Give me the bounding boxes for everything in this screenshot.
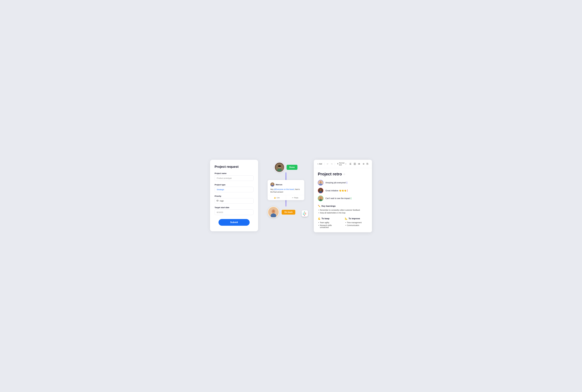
retro-comment-text-3: Can't wait to see the impact	[325, 197, 351, 200]
svg-point-45	[320, 189, 322, 191]
to-improve-title: 📐 To improve	[345, 217, 368, 220]
retro-comment-2: Great initiative 👏👏👏	[318, 188, 368, 193]
avatar-female	[274, 162, 285, 172]
target-date-group: Target start date	[215, 206, 254, 215]
checklist-icon[interactable]	[366, 162, 369, 166]
key-learning-item-2: Keep all stakeholders in the loop	[318, 212, 368, 214]
numbered-list-icon[interactable]: 123	[362, 162, 365, 166]
key-learnings-label: Key learnings	[321, 205, 336, 208]
key-learnings-title: ✏️ Key learnings	[318, 205, 368, 208]
comment-author: Marcus	[276, 184, 282, 186]
to-keep-label: To keep	[321, 217, 329, 220]
retro-toolbar: + Add ↩ ↪ T Normal text ▾	[314, 160, 372, 168]
svg-rect-18	[305, 214, 306, 215]
svg-rect-27	[359, 164, 360, 164]
project-type-input[interactable]	[215, 187, 254, 192]
toolbar-divider-2	[335, 162, 335, 165]
svg-rect-14	[304, 213, 305, 214]
to-improve-item-2: Communication	[345, 224, 368, 227]
svg-point-29	[358, 164, 359, 164]
svg-rect-25	[359, 163, 360, 164]
project-type-label: Project type	[215, 184, 254, 186]
retro-card: + Add ↩ ↪ T Normal text ▾	[314, 160, 372, 232]
priority-input[interactable]	[215, 198, 254, 204]
svg-rect-17	[303, 214, 304, 215]
svg-point-11	[273, 210, 274, 212]
workflow-bottom-node: On track	[268, 206, 304, 218]
to-improve-col: 📐 To improve Time management Communicati…	[345, 217, 368, 229]
like-button[interactable]: 👍 Like	[268, 195, 286, 200]
retro-comment-text-2: Great initiative 👏👏👏	[325, 190, 348, 192]
svg-point-28	[358, 163, 359, 164]
key-learnings-emoji: ✏️	[318, 205, 320, 208]
retro-avatar-3	[318, 196, 323, 201]
columns-icon[interactable]	[353, 162, 357, 166]
svg-rect-33	[363, 164, 364, 164]
to-improve-item-1: Time management	[345, 221, 368, 224]
workflow-section: Done Marcus Hey @Everyone on this board,…	[262, 160, 310, 218]
svg-point-30	[358, 164, 359, 165]
svg-rect-19	[304, 215, 305, 216]
svg-rect-20	[350, 163, 351, 164]
reply-button[interactable]: ↩ Reply	[286, 195, 304, 200]
reply-label: Reply	[294, 197, 298, 199]
to-improve-label: To improve	[349, 217, 360, 220]
retro-title: Project retro	[318, 172, 342, 176]
list-icon[interactable]	[357, 162, 361, 166]
slack-icon	[302, 210, 308, 216]
comment-body: Hey @Everyone on this board, here's the …	[270, 188, 301, 193]
comment-card: Marcus Hey @Everyone on this board, here…	[268, 180, 304, 200]
text-format-dropdown[interactable]: T Normal text ▾	[336, 162, 347, 166]
eye-icon	[216, 200, 219, 202]
text-icon: T	[337, 163, 338, 165]
star-icon[interactable]: ☆	[343, 172, 345, 176]
add-button[interactable]: + Add	[316, 162, 323, 166]
retro-avatar-2	[318, 188, 323, 193]
target-date-input[interactable]	[215, 210, 254, 215]
project-name-group: Project name	[215, 172, 254, 181]
svg-rect-24	[355, 163, 356, 165]
svg-rect-22	[350, 164, 351, 165]
comment-body-part1: Hey	[270, 188, 274, 190]
like-icon: 👍	[274, 197, 276, 199]
add-icon: +	[317, 163, 318, 165]
comment-avatar	[270, 182, 274, 186]
retro-comment-3: Can't wait to see the impact	[318, 196, 368, 201]
reply-icon: ↩	[292, 197, 293, 199]
svg-rect-21	[350, 164, 351, 164]
svg-rect-13	[304, 212, 305, 212]
key-learning-item-1: Remember to constantly collect customer …	[318, 209, 368, 212]
align-icon[interactable]	[349, 162, 352, 166]
svg-point-48	[320, 197, 322, 199]
svg-rect-32	[363, 164, 364, 164]
form-card: Project request Project name Project typ…	[210, 160, 258, 231]
cursor-2	[347, 190, 348, 192]
svg-rect-12	[303, 213, 304, 214]
to-keep-item-1: Team agility	[318, 221, 341, 224]
connector-line-bottom	[286, 200, 286, 206]
to-keep-title: 💪 To keep	[318, 217, 341, 220]
retro-comment-content-2: Great initiative 👏👏👏	[325, 190, 347, 192]
add-label: Add	[319, 163, 322, 165]
svg-rect-38	[367, 164, 367, 165]
svg-rect-16	[304, 214, 305, 215]
toolbar-icons: 123	[349, 162, 369, 166]
retro-avatar-1	[318, 180, 323, 186]
redo-button[interactable]: ↪	[330, 162, 333, 166]
main-container: Project request Project name Project typ…	[210, 160, 372, 232]
priority-input-wrapper	[215, 198, 254, 204]
retro-body: Project retro ☆ Amazing job everyone	[314, 168, 372, 232]
undo-button[interactable]: ↩	[326, 162, 329, 166]
svg-point-42	[320, 181, 322, 183]
like-label: Like	[277, 197, 280, 199]
retro-title-row: Project retro ☆	[318, 172, 368, 176]
project-name-input[interactable]	[215, 176, 254, 181]
to-keep-emoji: 💪	[318, 217, 320, 220]
target-date-label: Target start date	[215, 206, 254, 208]
submit-button[interactable]: Submit	[219, 219, 250, 226]
to-improve-emoji: 📐	[345, 217, 348, 220]
project-type-group: Project type	[215, 184, 254, 192]
text-format-label: Normal text	[339, 162, 345, 166]
avatar-male-large	[268, 206, 279, 218]
priority-group: Priority	[215, 195, 254, 204]
